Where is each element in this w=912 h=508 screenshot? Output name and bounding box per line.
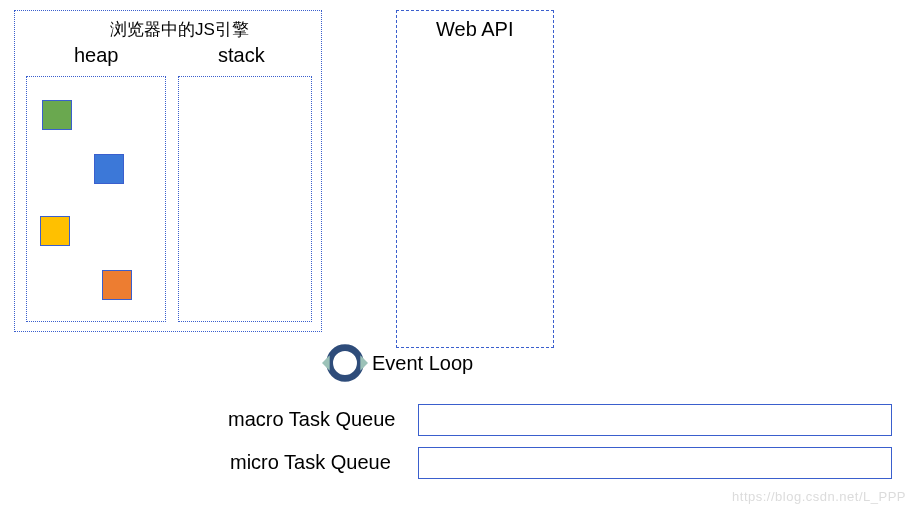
heap-object — [42, 100, 72, 130]
micro-queue-label: micro Task Queue — [230, 451, 391, 474]
web-api-label: Web API — [436, 18, 513, 41]
svg-marker-0 — [360, 355, 368, 370]
heap-object — [102, 270, 132, 300]
macro-queue-label: macro Task Queue — [228, 408, 396, 431]
macro-queue-box — [418, 404, 892, 436]
event-loop-icon — [322, 340, 368, 386]
svg-marker-1 — [322, 355, 330, 370]
heap-object — [94, 154, 124, 184]
stack-box — [178, 76, 312, 322]
micro-queue-box — [418, 447, 892, 479]
heap-object — [40, 216, 70, 246]
heap-label: heap — [74, 44, 119, 67]
stack-label: stack — [218, 44, 265, 67]
watermark: https://blog.csdn.net/L_PPP — [732, 489, 906, 504]
event-loop-label: Event Loop — [372, 352, 473, 375]
web-api-box — [396, 10, 554, 348]
js-engine-title: 浏览器中的JS引擎 — [110, 18, 249, 41]
